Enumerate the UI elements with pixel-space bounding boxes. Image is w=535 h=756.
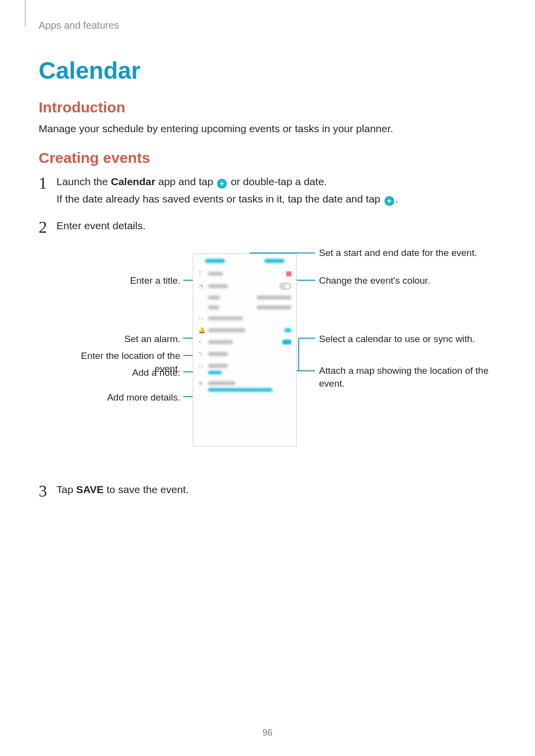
steps-list: 1 Launch the Calendar app and tap + or d… xyxy=(39,173,496,499)
globe-icon: ⊕ xyxy=(198,380,204,386)
bell-icon: 🔔 xyxy=(198,327,204,333)
step-3-text-a: Tap xyxy=(56,484,76,495)
callout-colour: Change the event's colour. xyxy=(319,274,430,287)
step-1-text-a: Launch the xyxy=(56,176,111,187)
repeat-label xyxy=(208,364,228,368)
step-number: 2 xyxy=(39,213,47,241)
page-number: 96 xyxy=(0,728,535,738)
repeat-value xyxy=(208,371,222,374)
calendar-icon: ▭ xyxy=(198,315,204,321)
plus-icon: + xyxy=(384,196,394,206)
step-3-text-b: to save the event. xyxy=(104,484,189,495)
step-3-save: SAVE xyxy=(76,484,104,495)
leader-line xyxy=(183,396,193,397)
repeat-icon: ▭ xyxy=(198,363,204,369)
breadcrumb: Apps and features xyxy=(39,20,496,31)
page-title: Calendar xyxy=(39,57,496,84)
alarm-remove xyxy=(284,328,291,332)
margin-rule xyxy=(25,0,26,27)
cancel-button-blur xyxy=(205,259,225,263)
step-1-app-name: Calendar xyxy=(111,176,156,187)
step-number: 1 xyxy=(39,169,47,197)
pin-icon: ⌖ xyxy=(198,339,204,345)
start-value xyxy=(257,296,291,300)
colour-swatch xyxy=(286,271,291,276)
note-value xyxy=(208,352,228,356)
end-value xyxy=(257,305,291,309)
clock-icon: ◔ xyxy=(198,283,204,289)
event-editor-figure: Enter a title. Set an alarm. Enter the l… xyxy=(56,244,514,456)
step-1-line2-a: If the date already has saved events or … xyxy=(56,193,383,204)
step-1-line2-b: . xyxy=(395,193,398,204)
end-label xyxy=(208,305,219,309)
step-3: 3 Tap SAVE to save the event. xyxy=(39,481,496,499)
text-icon: T xyxy=(198,271,204,277)
leader-line xyxy=(298,338,299,370)
intro-paragraph: Manage your schedule by entering upcomin… xyxy=(39,123,496,135)
callout-title: Enter a title. xyxy=(56,274,180,287)
step-2: 2 Enter event details. Enter a title. Se… xyxy=(39,217,496,456)
allday-toggle xyxy=(279,283,291,290)
plus-icon: + xyxy=(217,179,227,189)
step-2-text: Enter event details. xyxy=(56,220,146,231)
step-1-text-b: app and tap xyxy=(156,176,216,187)
map-button xyxy=(282,340,291,345)
calendar-value xyxy=(208,316,243,320)
callout-note: Add a note. xyxy=(56,366,180,379)
leader-line xyxy=(298,338,315,339)
callout-alarm: Set an alarm. xyxy=(56,333,180,346)
start-label xyxy=(208,296,220,300)
event-editor-mock: T ◔ xyxy=(193,253,297,447)
timezone-value xyxy=(208,388,272,392)
title-placeholder xyxy=(208,272,223,276)
callout-map: Attach a map showing the location of the… xyxy=(319,364,514,390)
step-1-text-c: or double-tap a date. xyxy=(228,176,327,187)
section-heading-create: Creating events xyxy=(39,150,496,166)
step-1: 1 Launch the Calendar app and tap + or d… xyxy=(39,173,496,207)
step-number: 3 xyxy=(39,477,47,505)
save-button-blur xyxy=(265,259,284,263)
location-value xyxy=(208,340,233,344)
callout-calendar: Select a calendar to use or sync with. xyxy=(319,333,475,346)
callout-more: Add more details. xyxy=(56,391,180,404)
allday-label xyxy=(208,284,228,288)
callout-dates: Set a start and end date for the event. xyxy=(319,247,477,259)
timezone-label xyxy=(208,381,235,385)
note-icon: ✎ xyxy=(198,351,204,357)
section-heading-intro: Introduction xyxy=(39,99,496,116)
alarm-value xyxy=(208,328,245,332)
